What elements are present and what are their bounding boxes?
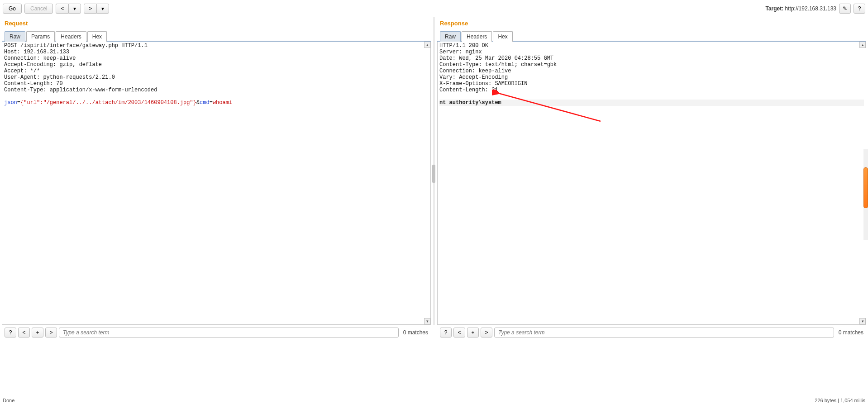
prev-nav-group: < ▾ — [56, 4, 81, 14]
request-tab-headers[interactable]: Headers — [56, 31, 86, 42]
request-search-row: ? < + > 0 matches — [2, 325, 431, 337]
request-tab-hex[interactable]: Hex — [87, 31, 107, 42]
response-title: Response — [437, 17, 866, 31]
request-tab-params[interactable]: Params — [26, 31, 55, 42]
next-button[interactable]: > — [84, 4, 96, 14]
body-json: {"url":"/general/../../attach/im/2003/14… — [20, 100, 196, 106]
scroll-down-icon[interactable]: ▾ — [424, 318, 430, 324]
panels: Request Raw Params Headers Hex ▴ ▾ POST … — [0, 17, 868, 325]
body-amp: & — [196, 100, 200, 106]
response-body-text: nt authority\system — [439, 100, 501, 106]
body-eq2: = — [210, 100, 213, 106]
response-headers-text: HTTP/1.1 200 OK Server: nginx Date: Wed,… — [439, 43, 557, 93]
response-matches: 0 matches — [836, 329, 863, 336]
request-editor[interactable]: POST /ispirit/interface/gateway.php HTTP… — [2, 42, 430, 107]
toolbar-right: Target: http://192.168.31.133 ✎ ? — [765, 4, 865, 14]
status-right: 226 bytes | 1,054 millis — [815, 398, 865, 403]
status-left: Done — [3, 398, 14, 403]
request-panel: Request Raw Params Headers Hex ▴ ▾ POST … — [2, 17, 431, 325]
response-content-wrap: ▴ ▾ HTTP/1.1 200 OK Server: nginx Date: … — [437, 42, 866, 325]
response-viewer[interactable]: HTTP/1.1 200 OK Server: nginx Date: Wed,… — [438, 42, 866, 107]
search-next-button[interactable]: > — [481, 328, 492, 337]
body-eq: = — [17, 100, 20, 106]
search-prev-button[interactable]: < — [453, 328, 465, 337]
response-tabs: Raw Headers Hex — [437, 31, 866, 42]
search-rows: ? < + > 0 matches ? < + > 0 matches — [0, 325, 868, 337]
search-add-button[interactable]: + — [467, 328, 479, 337]
target-label: Target: — [765, 5, 785, 12]
top-toolbar: Go Cancel < ▾ > ▾ Target: http://192.168… — [0, 0, 868, 17]
search-prev-button[interactable]: < — [18, 328, 30, 337]
search-add-button[interactable]: + — [32, 328, 43, 337]
go-button[interactable]: Go — [3, 4, 22, 14]
request-matches: 0 matches — [401, 329, 428, 336]
status-bar: Done 226 bytes | 1,054 millis — [0, 397, 868, 404]
main-scrollbar[interactable] — [863, 149, 868, 240]
body-val2: whoami — [213, 100, 232, 106]
response-search-input[interactable] — [494, 328, 834, 337]
cancel-button[interactable]: Cancel — [24, 4, 53, 14]
response-search-row: ? < + > 0 matches — [437, 325, 866, 337]
divider-grip-icon — [432, 165, 435, 183]
pencil-icon: ✎ — [843, 5, 847, 12]
panel-divider[interactable] — [431, 17, 437, 325]
request-title: Request — [2, 17, 431, 31]
scroll-down-icon[interactable]: ▾ — [859, 318, 866, 324]
request-tabs: Raw Params Headers Hex — [2, 31, 431, 42]
request-content-wrap: ▴ ▾ POST /ispirit/interface/gateway.php … — [2, 42, 431, 325]
body-key: json — [4, 100, 17, 106]
prev-dropdown[interactable]: ▾ — [68, 4, 81, 14]
request-search-input[interactable] — [59, 328, 399, 337]
scroll-up-icon[interactable]: ▴ — [424, 42, 430, 48]
body-key2: cmd — [200, 100, 210, 106]
target-text: Target: http://192.168.31.133 — [765, 5, 836, 12]
scroll-up-icon[interactable]: ▴ — [859, 42, 866, 48]
target-url: http://192.168.31.133 — [785, 5, 836, 12]
search-help-button[interactable]: ? — [440, 328, 452, 337]
prev-button[interactable]: < — [56, 4, 68, 14]
help-button[interactable]: ? — [854, 4, 865, 14]
scrollbar-thumb[interactable] — [863, 167, 868, 208]
response-tab-headers[interactable]: Headers — [462, 31, 492, 42]
next-nav-group: > ▾ — [84, 4, 109, 14]
request-tab-raw[interactable]: Raw — [5, 31, 25, 42]
next-dropdown[interactable]: ▾ — [96, 4, 109, 14]
help-icon: ? — [858, 5, 861, 12]
response-tab-raw[interactable]: Raw — [440, 31, 461, 42]
response-panel: Response Raw Headers Hex ▴ ▾ HTTP/1.1 20… — [437, 17, 866, 325]
response-tab-hex[interactable]: Hex — [493, 31, 512, 42]
search-help-button[interactable]: ? — [5, 328, 16, 337]
request-headers-text: POST /ispirit/interface/gateway.php HTTP… — [4, 43, 157, 93]
search-next-button[interactable]: > — [45, 328, 57, 337]
edit-target-button[interactable]: ✎ — [839, 4, 851, 14]
